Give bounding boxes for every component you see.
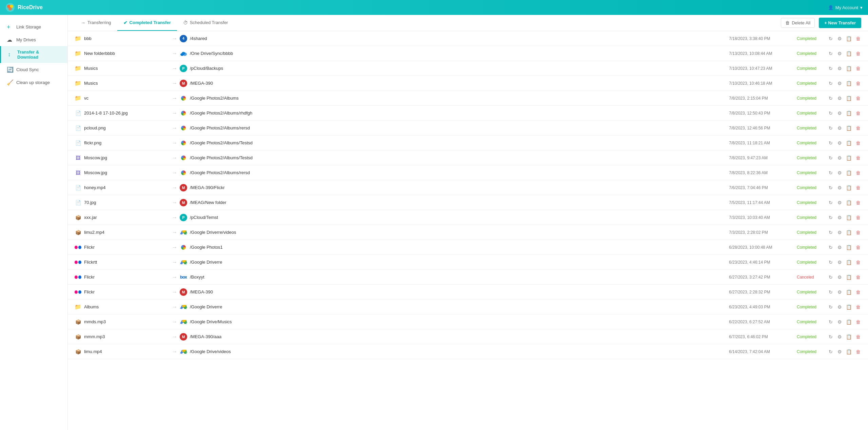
- delete-button[interactable]: 🗑: [855, 108, 861, 118]
- settings-button[interactable]: ⚙: [836, 94, 843, 103]
- settings-button[interactable]: ⚙: [836, 302, 843, 312]
- report-button[interactable]: 📋: [846, 287, 852, 297]
- refresh-button[interactable]: ↻: [827, 272, 834, 282]
- report-button[interactable]: 📋: [846, 332, 852, 342]
- delete-button[interactable]: 🗑: [855, 153, 861, 163]
- settings-button[interactable]: ⚙: [836, 272, 843, 282]
- settings-button[interactable]: ⚙: [836, 243, 843, 252]
- settings-button[interactable]: ⚙: [836, 49, 843, 58]
- refresh-button[interactable]: ↻: [827, 258, 834, 267]
- tab-completed-transfer[interactable]: ✔ Completed Transfer: [117, 15, 177, 31]
- refresh-button[interactable]: ↻: [827, 138, 834, 148]
- sidebar-item-my-drives[interactable]: ☁ My Drives: [0, 33, 67, 46]
- report-button[interactable]: 📋: [846, 168, 852, 178]
- settings-button[interactable]: ⚙: [836, 123, 843, 133]
- refresh-button[interactable]: ↻: [827, 347, 834, 356]
- sidebar-item-link-storage[interactable]: + Link Storage: [0, 20, 67, 33]
- report-button[interactable]: 📋: [846, 228, 852, 237]
- report-button[interactable]: 📋: [846, 243, 852, 252]
- refresh-button[interactable]: ↻: [827, 94, 834, 103]
- delete-button[interactable]: 🗑: [855, 347, 861, 356]
- report-button[interactable]: 📋: [846, 347, 852, 356]
- settings-button[interactable]: ⚙: [836, 153, 843, 163]
- tab-scheduled-transfer[interactable]: ⏱ Scheduled Transfer: [177, 15, 234, 31]
- refresh-button[interactable]: ↻: [827, 243, 834, 252]
- report-button[interactable]: 📋: [846, 64, 852, 73]
- refresh-button[interactable]: ↻: [827, 302, 834, 312]
- report-button[interactable]: 📋: [846, 183, 852, 192]
- delete-button[interactable]: 🗑: [855, 49, 861, 58]
- settings-button[interactable]: ⚙: [836, 228, 843, 237]
- settings-button[interactable]: ⚙: [836, 332, 843, 342]
- delete-button[interactable]: 🗑: [855, 302, 861, 312]
- delete-button[interactable]: 🗑: [855, 258, 861, 267]
- delete-button[interactable]: 🗑: [855, 198, 861, 207]
- delete-button[interactable]: 🗑: [855, 183, 861, 192]
- delete-button[interactable]: 🗑: [855, 287, 861, 297]
- settings-button[interactable]: ⚙: [836, 108, 843, 118]
- refresh-button[interactable]: ↻: [827, 34, 834, 43]
- report-button[interactable]: 📋: [846, 108, 852, 118]
- report-button[interactable]: 📋: [846, 49, 852, 58]
- refresh-button[interactable]: ↻: [827, 153, 834, 163]
- settings-button[interactable]: ⚙: [836, 138, 843, 148]
- report-button[interactable]: 📋: [846, 34, 852, 43]
- refresh-button[interactable]: ↻: [827, 123, 834, 133]
- delete-button[interactable]: 🗑: [855, 123, 861, 133]
- delete-button[interactable]: 🗑: [855, 34, 861, 43]
- settings-button[interactable]: ⚙: [836, 168, 843, 178]
- settings-button[interactable]: ⚙: [836, 183, 843, 192]
- settings-button[interactable]: ⚙: [836, 198, 843, 207]
- sidebar-item-cloud-sync[interactable]: 🔄 Cloud Sync: [0, 63, 67, 76]
- delete-button[interactable]: 🗑: [855, 64, 861, 73]
- refresh-button[interactable]: ↻: [827, 198, 834, 207]
- report-button[interactable]: 📋: [846, 138, 852, 148]
- sidebar-item-transfer-download[interactable]: ↕ Transfer & Download: [0, 46, 67, 63]
- settings-button[interactable]: ⚙: [836, 64, 843, 73]
- settings-button[interactable]: ⚙: [836, 34, 843, 43]
- delete-all-button[interactable]: 🗑 Delete All: [781, 18, 815, 28]
- refresh-button[interactable]: ↻: [827, 228, 834, 237]
- delete-button[interactable]: 🗑: [855, 272, 861, 282]
- delete-button[interactable]: 🗑: [855, 332, 861, 342]
- refresh-button[interactable]: ↻: [827, 287, 834, 297]
- refresh-button[interactable]: ↻: [827, 332, 834, 342]
- report-button[interactable]: 📋: [846, 198, 852, 207]
- tab-transferring[interactable]: → Transferring: [75, 15, 117, 31]
- refresh-button[interactable]: ↻: [827, 168, 834, 178]
- refresh-button[interactable]: ↻: [827, 108, 834, 118]
- report-button[interactable]: 📋: [846, 153, 852, 163]
- account-button[interactable]: 👤 My Account ▾: [828, 5, 863, 10]
- delete-button[interactable]: 🗑: [855, 168, 861, 178]
- delete-button[interactable]: 🗑: [855, 317, 861, 327]
- new-transfer-button[interactable]: + New Transfer: [819, 18, 861, 28]
- refresh-button[interactable]: ↻: [827, 213, 834, 222]
- report-button[interactable]: 📋: [846, 94, 852, 103]
- delete-button[interactable]: 🗑: [855, 243, 861, 252]
- settings-button[interactable]: ⚙: [836, 287, 843, 297]
- report-button[interactable]: 📋: [846, 123, 852, 133]
- settings-button[interactable]: ⚙: [836, 213, 843, 222]
- refresh-button[interactable]: ↻: [827, 64, 834, 73]
- sidebar-item-clean-up-storage[interactable]: 🧹 Clean up storage: [0, 76, 67, 89]
- delete-button[interactable]: 🗑: [855, 94, 861, 103]
- report-button[interactable]: 📋: [846, 272, 852, 282]
- refresh-button[interactable]: ↻: [827, 183, 834, 192]
- report-button[interactable]: 📋: [846, 317, 852, 327]
- refresh-button[interactable]: ↻: [827, 79, 834, 88]
- delete-button[interactable]: 🗑: [855, 138, 861, 148]
- report-button[interactable]: 📋: [846, 79, 852, 88]
- report-button[interactable]: 📋: [846, 302, 852, 312]
- refresh-button[interactable]: ↻: [827, 317, 834, 327]
- delete-button[interactable]: 🗑: [855, 79, 861, 88]
- settings-button[interactable]: ⚙: [836, 258, 843, 267]
- settings-button[interactable]: ⚙: [836, 79, 843, 88]
- delete-button[interactable]: 🗑: [855, 213, 861, 222]
- settings-button[interactable]: ⚙: [836, 347, 843, 356]
- row-actions: ↻ ⚙ 📋 🗑: [827, 123, 861, 133]
- settings-button[interactable]: ⚙: [836, 317, 843, 327]
- report-button[interactable]: 📋: [846, 258, 852, 267]
- report-button[interactable]: 📋: [846, 213, 852, 222]
- delete-button[interactable]: 🗑: [855, 228, 861, 237]
- refresh-button[interactable]: ↻: [827, 49, 834, 58]
